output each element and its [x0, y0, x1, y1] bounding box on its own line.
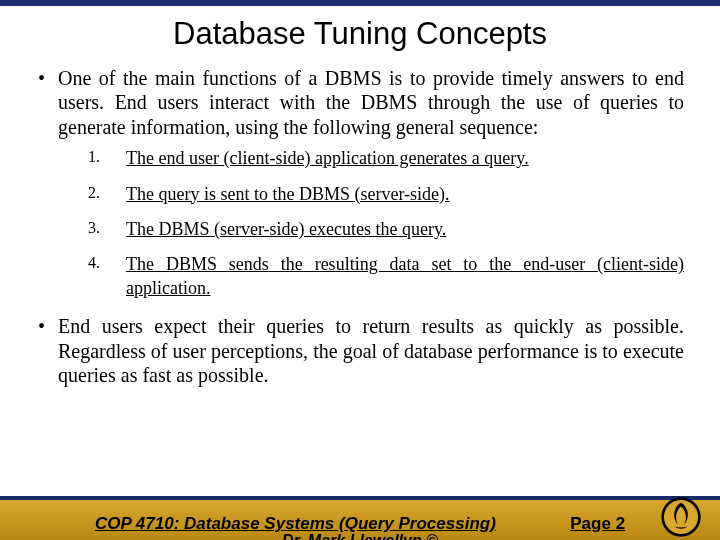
bullet-list: One of the main functions of a DBMS is t…	[36, 66, 684, 387]
step-item: The end user (client-side) application g…	[88, 147, 684, 170]
numbered-list: The end user (client-side) application g…	[88, 147, 684, 300]
footer-text: COP 4710: Database Systems (Query Proces…	[0, 514, 720, 534]
content-area: One of the main functions of a DBMS is t…	[0, 66, 720, 387]
slide: Database Tuning Concepts One of the main…	[0, 0, 720, 540]
step-text: The DBMS sends the resulting data set to…	[126, 254, 684, 297]
step-item: The query is sent to the DBMS (server-si…	[88, 183, 684, 206]
step-text: The query is sent to the DBMS (server-si…	[126, 184, 450, 204]
top-bar	[0, 0, 720, 6]
ucf-logo-icon	[660, 496, 702, 538]
footer-author: Dr. Mark Llewellyn ©	[0, 532, 720, 540]
slide-title: Database Tuning Concepts	[0, 16, 720, 52]
step-item: The DBMS (server-side) executes the quer…	[88, 218, 684, 241]
step-item: The DBMS sends the resulting data set to…	[88, 253, 684, 300]
bullet-item: End users expect their queries to return…	[36, 314, 684, 387]
step-text: The end user (client-side) application g…	[126, 148, 529, 168]
bullet-text: One of the main functions of a DBMS is t…	[58, 67, 684, 138]
step-text: The DBMS (server-side) executes the quer…	[126, 219, 446, 239]
bullet-text: End users expect their queries to return…	[58, 315, 684, 386]
footer-page: Page 2	[570, 514, 625, 533]
footer-course: COP 4710: Database Systems (Query Proces…	[95, 514, 496, 533]
bullet-item: One of the main functions of a DBMS is t…	[36, 66, 684, 300]
